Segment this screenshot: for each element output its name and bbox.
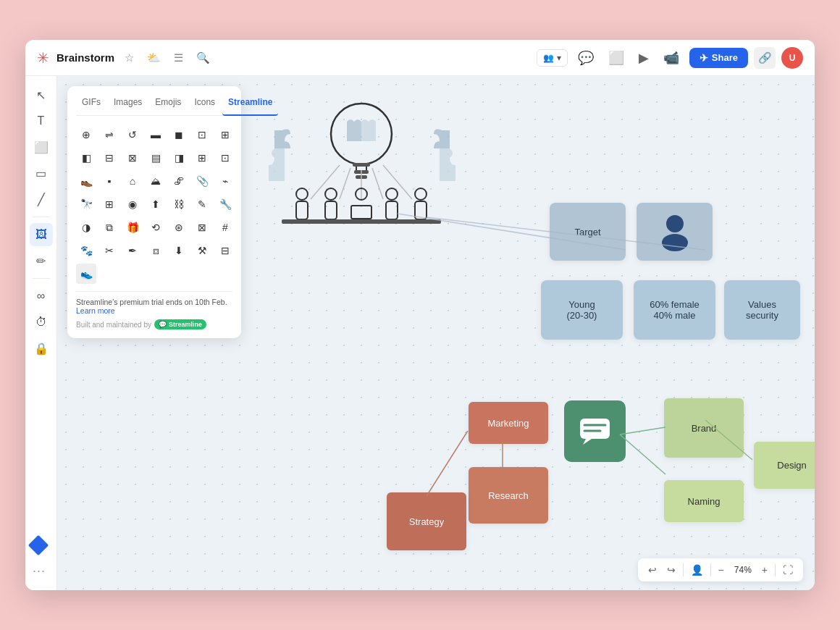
link-tool[interactable]: ∞ (30, 285, 53, 308)
rect-tool[interactable]: ▭ (30, 161, 53, 185)
share-button[interactable]: ✈ Share (689, 48, 748, 68)
icon-16[interactable]: ▪ (99, 171, 119, 191)
zoom-in-icon[interactable]: + (759, 563, 770, 577)
icon-43[interactable]: 👟 (76, 264, 96, 284)
target-card[interactable]: Target (550, 203, 626, 261)
icon-27[interactable]: ✎ (192, 194, 212, 214)
naming-sticky[interactable]: Naming (664, 480, 744, 522)
icon-10[interactable]: ⊠ (122, 148, 143, 168)
icon-1[interactable]: ⊕ (76, 125, 96, 145)
icon-31[interactable]: 🎁 (122, 217, 143, 238)
tab-images[interactable]: Images (108, 95, 148, 109)
text-tool[interactable]: T (30, 109, 53, 133)
icon-21[interactable]: ⌁ (215, 171, 235, 191)
icon-14[interactable]: ⊡ (215, 148, 235, 168)
menu-icon[interactable]: ☰ (171, 49, 186, 67)
link-icon[interactable]: 🔗 (754, 47, 776, 69)
strategy-sticky[interactable]: Strategy (387, 492, 466, 550)
blue-diamond-tool[interactable] (28, 535, 49, 555)
icon-38[interactable]: ✒ (122, 240, 143, 261)
play-icon[interactable]: ▶ (634, 47, 653, 69)
icon-2[interactable]: ⇌ (99, 125, 119, 145)
learn-more-link[interactable]: Learn more (76, 306, 115, 315)
icon-30[interactable]: ⧉ (99, 217, 119, 238)
user-avatar[interactable]: U (781, 47, 803, 69)
icon-32[interactable]: ⟲ (146, 217, 166, 238)
icon-8[interactable]: ◧ (76, 148, 96, 168)
fullscreen-icon[interactable]: ⛶ (780, 563, 796, 577)
undo-icon[interactable]: ↩ (645, 563, 660, 577)
female-card[interactable]: 60% female 40% male (634, 280, 715, 340)
svg-rect-21 (325, 201, 337, 219)
icon-37[interactable]: ✂ (99, 240, 119, 261)
zoom-level[interactable]: 74% (731, 565, 755, 575)
icon-22[interactable]: 🔭 (76, 194, 96, 214)
icon-34[interactable]: ⊠ (192, 217, 212, 238)
icon-9[interactable]: ⊟ (99, 148, 119, 168)
avatar-card[interactable] (637, 203, 713, 261)
icon-44[interactable] (99, 264, 119, 284)
cloud-icon[interactable]: ⛅ (144, 49, 164, 67)
icon-42[interactable]: ⊟ (215, 240, 235, 261)
user-presence-icon[interactable]: 👤 (688, 563, 706, 577)
icon-41[interactable]: ⚒ (192, 240, 212, 261)
icon-48[interactable] (192, 264, 212, 284)
users-group[interactable]: 👥 ▾ (537, 49, 568, 67)
icon-49[interactable] (215, 264, 235, 284)
icon-33[interactable]: ⊛ (169, 217, 189, 238)
line-tool[interactable]: ╱ (30, 188, 53, 211)
tab-emojis[interactable]: Emojis (149, 95, 187, 109)
pen-tool[interactable]: ✏ (30, 249, 53, 272)
icon-20[interactable]: 📎 (192, 171, 212, 191)
icon-26[interactable]: ⛓ (169, 194, 189, 214)
values-card[interactable]: Values security (724, 280, 800, 340)
icon-7[interactable]: ⊞ (215, 125, 235, 145)
icon-4[interactable]: ▬ (146, 125, 166, 145)
design-sticky[interactable]: Design (754, 442, 815, 489)
icon-36[interactable]: 🐾 (76, 240, 96, 261)
shape-tool[interactable]: ⬜ (30, 135, 53, 159)
icon-15[interactable]: 👞 (76, 171, 96, 191)
icon-17[interactable]: ⌂ (122, 171, 143, 191)
icon-11[interactable]: ▤ (146, 148, 166, 168)
redo-icon[interactable]: ↪ (664, 563, 679, 577)
lock-tool[interactable]: 🔒 (30, 337, 53, 360)
icon-6[interactable]: ⊡ (192, 125, 212, 145)
icon-29[interactable]: ◑ (76, 217, 96, 238)
icon-23[interactable]: ⊞ (99, 194, 119, 214)
video-icon[interactable]: 📹 (659, 47, 684, 69)
research-sticky[interactable]: Research (469, 467, 548, 524)
icon-24[interactable]: ◉ (122, 194, 143, 214)
tab-streamline[interactable]: Streamline (222, 95, 278, 116)
green-card[interactable] (564, 400, 626, 462)
icon-46[interactable] (146, 264, 166, 284)
canvas[interactable]: GIFs Images Emojis Icons Streamline ⊕ ⇌ … (57, 76, 815, 590)
icon-25[interactable]: ⬆ (146, 194, 166, 214)
icon-45[interactable] (122, 264, 143, 284)
icon-3[interactable]: ↺ (122, 125, 143, 145)
icon-5[interactable]: ◼ (169, 125, 189, 145)
young-card[interactable]: Young (20-30) (541, 280, 623, 340)
clock-tool[interactable]: ⏱ (30, 311, 53, 334)
brand-sticky[interactable]: Brand (664, 398, 744, 458)
star-icon[interactable]: ☆ (122, 49, 137, 67)
comment-icon[interactable]: 💬 (574, 47, 598, 69)
search-icon[interactable]: 🔍 (193, 49, 213, 67)
icon-12[interactable]: ◨ (169, 148, 189, 168)
icon-19[interactable]: 🖇 (169, 171, 189, 191)
icon-18[interactable]: ⛰ (146, 171, 166, 191)
icon-13[interactable]: ⊞ (192, 148, 212, 168)
cursor-tool[interactable]: ↖ (30, 83, 53, 106)
zoom-out-icon[interactable]: − (715, 563, 727, 577)
tab-gifs[interactable]: GIFs (76, 95, 106, 109)
icon-35[interactable]: # (215, 217, 235, 238)
more-options[interactable]: ··· (33, 563, 46, 579)
icon-47[interactable] (169, 264, 189, 284)
icon-28[interactable]: 🔧 (215, 194, 235, 214)
marketing-sticky[interactable]: Marketing (469, 402, 548, 444)
present-icon[interactable]: ⬜ (604, 47, 629, 69)
image-tool[interactable]: 🖼 (30, 223, 53, 246)
icon-40[interactable]: ⬇ (169, 240, 189, 261)
tab-icons[interactable]: Icons (188, 95, 221, 109)
icon-39[interactable]: ⧈ (146, 240, 166, 261)
